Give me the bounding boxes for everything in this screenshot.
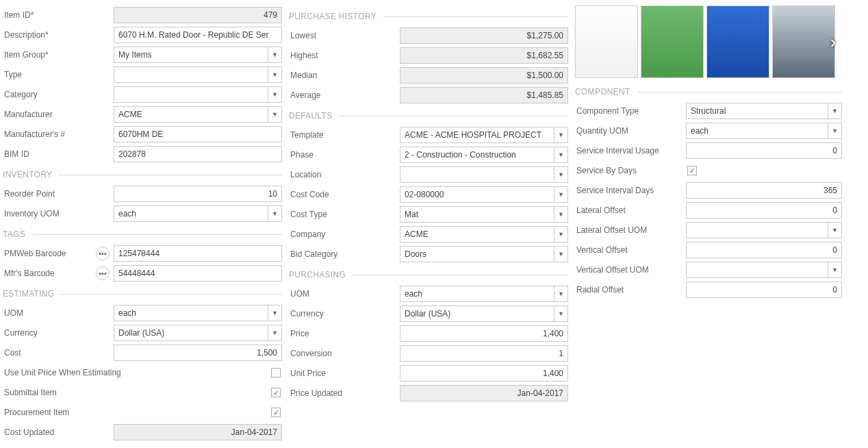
inventory-uom-label: Inventory UOM	[3, 209, 114, 219]
thumbnail[interactable]	[641, 5, 704, 78]
p-price-label: Price	[289, 329, 400, 338]
chevron-down-icon: ▼	[268, 325, 281, 340]
phase-label: Phase	[289, 150, 400, 160]
category-select[interactable]: ▼	[114, 86, 282, 103]
quantity-uom-select[interactable]: each▼	[686, 123, 842, 139]
type-select[interactable]: ▼	[114, 66, 282, 83]
service-interval-days-label: Service Interval Days	[575, 186, 686, 195]
manufacturer-select[interactable]: ACME▼	[114, 106, 282, 123]
chevron-down-icon: ▼	[268, 87, 281, 102]
cost-code-label: Cost Code	[289, 190, 400, 199]
lateral-offset-label: Lateral Offset	[575, 206, 686, 215]
chevron-down-icon: ▼	[268, 107, 281, 122]
reorder-point-field[interactable]	[114, 186, 282, 202]
highest-field	[400, 47, 568, 64]
est-cost-label: Cost	[3, 348, 114, 358]
lateral-offset-uom-select[interactable]: ▼	[686, 222, 842, 238]
p-unit-price-label: Unit Price	[289, 369, 400, 378]
p-price-updated-label: Price Updated	[289, 388, 400, 398]
reorder-point-label: Reorder Point	[3, 189, 114, 199]
component-type-select[interactable]: Structural▼	[686, 103, 842, 119]
chevron-down-icon: ▼	[268, 47, 281, 62]
average-label: Average	[289, 90, 400, 100]
procurement-item-checkbox[interactable]: ✓	[271, 408, 281, 417]
average-field	[400, 87, 568, 103]
pmweb-barcode-more-button[interactable]: •••	[96, 247, 110, 260]
service-by-days-label: Service By Days	[575, 166, 686, 175]
chevron-down-icon: ▼	[268, 67, 281, 82]
service-by-days-checkbox[interactable]: ✓	[687, 166, 697, 175]
component-header: COMPONENT	[575, 84, 842, 100]
lowest-field	[400, 27, 568, 44]
chevron-down-icon: ▼	[554, 247, 567, 262]
use-unit-price-checkbox[interactable]	[271, 368, 281, 377]
p-conversion-field[interactable]	[400, 345, 568, 362]
description-label: Description*	[3, 30, 114, 40]
description-field[interactable]	[114, 27, 282, 43]
procurement-item-label: Procurement Item	[3, 408, 271, 417]
p-uom-select[interactable]: each▼	[400, 286, 568, 302]
manufacturers-num-field[interactable]	[114, 126, 282, 142]
defaults-header: DEFAULTS	[289, 108, 568, 124]
p-price-field[interactable]	[400, 325, 568, 342]
p-uom-label: UOM	[289, 289, 400, 299]
p-currency-select[interactable]: Dollar (USA)▼	[400, 306, 568, 322]
cost-updated-label: Cost Updated	[3, 427, 114, 437]
type-label: Type	[3, 70, 114, 79]
vertical-offset-uom-select[interactable]: ▼	[686, 262, 842, 278]
chevron-down-icon: ▼	[828, 123, 841, 138]
lateral-offset-uom-label: Lateral Offset UOM	[575, 225, 686, 235]
chevron-down-icon: ▼	[554, 187, 567, 202]
radial-offset-label: Radial Offset	[575, 285, 686, 295]
template-select[interactable]: ACME - ACME HOSPITAL PROJECT▼	[400, 127, 568, 143]
inventory-uom-select[interactable]: each▼	[114, 206, 282, 222]
vertical-offset-uom-label: Vertical Offset UOM	[575, 265, 686, 275]
bid-category-select[interactable]: Doors▼	[400, 246, 568, 262]
cost-updated-field	[114, 424, 282, 440]
est-currency-select[interactable]: Dollar (USA)▼	[114, 325, 282, 341]
chevron-down-icon: ▼	[828, 262, 841, 277]
category-label: Category	[3, 90, 114, 99]
cost-type-label: Cost Type	[289, 210, 400, 219]
mfr-barcode-more-button[interactable]: •••	[96, 266, 110, 280]
purchase-history-header: PURCHASE HISTORY	[289, 8, 568, 25]
purchasing-header: PURCHASING	[289, 266, 568, 283]
use-unit-price-label: Use Unit Price When Estimating	[3, 368, 271, 377]
phase-select[interactable]: 2 - Construction - Construction▼	[400, 147, 568, 163]
template-label: Template	[289, 130, 400, 140]
bim-id-field[interactable]	[114, 146, 282, 162]
component-type-label: Component Type	[575, 106, 686, 116]
item-id-label: Item ID*	[3, 10, 114, 20]
chevron-down-icon: ▼	[554, 286, 567, 301]
gallery-next-button[interactable]: ›	[824, 5, 842, 78]
est-uom-label: UOM	[3, 308, 114, 318]
item-id-field	[114, 7, 282, 23]
submittal-item-checkbox[interactable]: ✓	[271, 388, 281, 397]
p-unit-price-field[interactable]	[400, 365, 568, 382]
est-uom-select[interactable]: each▼	[114, 305, 282, 321]
location-select[interactable]: ▼	[400, 166, 568, 183]
mfr-barcode-field[interactable]	[114, 265, 282, 282]
manufacturers-num-label: Manufacturer's #	[3, 129, 114, 139]
est-cost-field[interactable]	[114, 345, 282, 361]
quantity-uom-label: Quantity UOM	[575, 126, 686, 136]
item-group-select[interactable]: My Items▼	[114, 47, 282, 63]
vertical-offset-field[interactable]	[686, 242, 842, 258]
thumbnail[interactable]	[575, 5, 638, 78]
cost-type-select[interactable]: Mat▼	[400, 206, 568, 223]
service-interval-days-field[interactable]	[686, 182, 842, 199]
pmweb-barcode-field[interactable]	[114, 245, 282, 262]
lateral-offset-field[interactable]	[686, 202, 842, 219]
radial-offset-field[interactable]	[686, 282, 842, 298]
chevron-down-icon: ▼	[828, 223, 841, 238]
cost-code-select[interactable]: 02-080000▼	[400, 186, 568, 203]
thumbnail[interactable]	[706, 5, 769, 78]
chevron-down-icon: ▼	[554, 207, 567, 222]
chevron-down-icon: ▼	[554, 227, 567, 242]
tags-header: TAGS	[3, 226, 282, 242]
company-select[interactable]: ACME▼	[400, 226, 568, 242]
chevron-down-icon: ▼	[554, 127, 567, 142]
location-label: Location	[289, 170, 400, 179]
service-interval-usage-field[interactable]	[686, 142, 842, 159]
mfr-barcode-label: Mfr's Barcode	[4, 269, 55, 278]
